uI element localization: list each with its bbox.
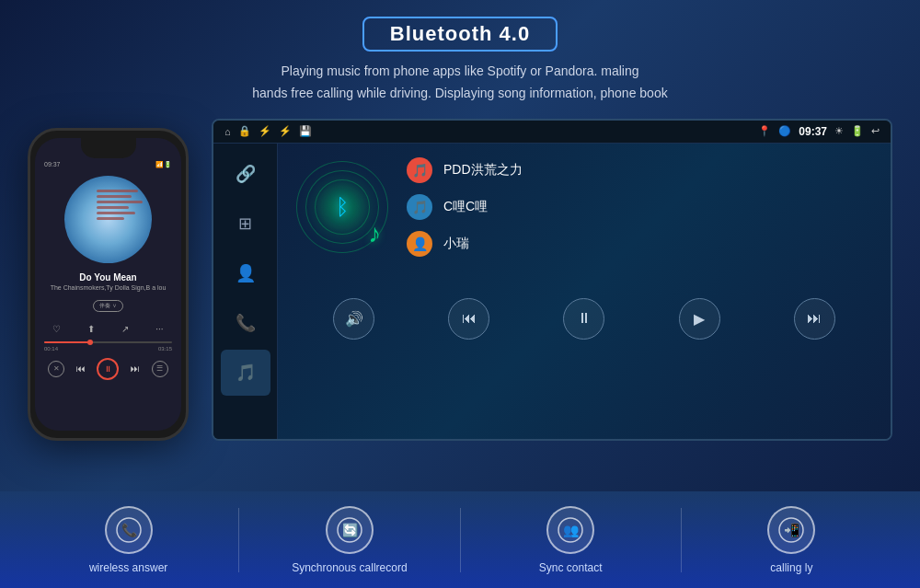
contact-svg-icon: 👥	[558, 517, 583, 543]
sidebar-item-link[interactable]: 🔗	[221, 151, 270, 197]
svg-text:📲: 📲	[784, 523, 800, 538]
progress-fill	[44, 341, 89, 343]
bluetooth-visual: ᛒ ♪ 🎵 PDD洪荒之力 🎵 C哩C哩	[296, 157, 872, 257]
phone-prev-button[interactable]: ⏮	[76, 363, 86, 374]
album-art	[53, 176, 164, 268]
song-item-3[interactable]: 👤 小瑞	[407, 231, 872, 257]
bluetooth-badge: Bluetooth 4.0	[362, 17, 558, 52]
next-button[interactable]: ⏭	[794, 298, 835, 340]
feature-sync-contact: 👥 Sync contact	[461, 506, 681, 574]
pause-button[interactable]: ⏸	[563, 298, 604, 340]
sidebar-item-user[interactable]: 👤	[221, 250, 270, 296]
usb-icon-1: ⚡	[259, 125, 271, 137]
bt-status-icon: 🔵	[778, 125, 791, 137]
song-item-2[interactable]: 🎵 C哩C哩	[407, 194, 872, 220]
sidebar-item-grid[interactable]: ⊞	[221, 201, 270, 247]
progress-track[interactable]	[44, 341, 172, 343]
time-total: 03:15	[158, 346, 172, 352]
sidebar-item-music[interactable]: 🎵	[221, 350, 270, 396]
phone-song-artist: The Chainsmokers,Ty Dolla Sign,B a lou	[44, 284, 172, 291]
sync-callrecord-label: Synchronous callrecord	[292, 561, 407, 574]
song-name-2: C哩C哩	[443, 199, 488, 215]
playback-controls: 🔊 ⏮ ⏸ ▶ ⏭	[296, 289, 872, 340]
sync-callrecord-icon: 🔄	[326, 506, 374, 554]
car-display: ⌂ 🔒 ⚡ ⚡ 💾 📍 🔵 09:37 ☀ 🔋 ↩ 🔗 ⊞ 👤 📞	[212, 119, 892, 441]
back-icon[interactable]: ↩	[871, 125, 880, 137]
usb-icon-2: ⚡	[279, 125, 292, 137]
sidebar-item-phone[interactable]: 📞	[221, 300, 270, 346]
wireless-answer-label: wireless answer	[89, 561, 167, 574]
phone-screen: 09:37 📶🔋	[35, 138, 181, 431]
bt-icon: ᛒ	[336, 194, 349, 220]
time-labels: 00:14 03:15	[35, 345, 181, 352]
gps-icon: 📍	[758, 125, 771, 137]
feature-calling-ly: 📲 calling ly	[682, 506, 902, 574]
phone-next-button[interactable]: ⏭	[131, 363, 140, 374]
song-name-1: PDD洪荒之力	[443, 162, 523, 179]
bt-animation: ᛒ ♪	[296, 161, 388, 253]
phone-svg-icon: 📞	[116, 517, 142, 543]
phone-play-button[interactable]: ⏸	[97, 358, 119, 380]
phone-song-tag: 伴奏 ∨	[93, 300, 123, 312]
phone-song-title: Do You Mean	[44, 272, 172, 282]
phone-mockup: 09:37 📶🔋	[28, 128, 189, 441]
car-sidebar: 🔗 ⊞ 👤 📞 🎵	[213, 144, 278, 439]
calling-ly-label: calling ly	[770, 561, 812, 574]
more-icon[interactable]: ···	[155, 324, 163, 334]
sync-contact-icon: 👥	[546, 506, 594, 554]
prev-button[interactable]: ⏮	[448, 298, 489, 340]
song-icon-3: 👤	[407, 231, 432, 257]
svg-text:🔄: 🔄	[341, 523, 358, 538]
subtitle-line2: hands free calling while driving. Displa…	[252, 86, 667, 100]
features-bar: 📞 wireless answer 🔄 Synchronous callreco…	[0, 491, 920, 588]
phone-menu-button[interactable]: ☰	[152, 361, 168, 377]
car-main-content: ᛒ ♪ 🎵 PDD洪荒之力 🎵 C哩C哩	[278, 144, 891, 439]
bt-music-note: ♪	[368, 219, 381, 248]
phone-notch	[81, 138, 136, 158]
sync-contact-label: Sync contact	[539, 561, 603, 574]
song-item-1[interactable]: 🎵 PDD洪荒之力	[407, 157, 872, 183]
volume-button[interactable]: 🔊	[333, 298, 374, 340]
play-button[interactable]: ▶	[679, 298, 720, 340]
phone-music-app: Do You Mean The Chainsmokers,Ty Dolla Si…	[35, 171, 181, 317]
calling-svg-icon: 📲	[778, 517, 804, 543]
car-status-bar: ⌂ 🔒 ⚡ ⚡ 💾 📍 🔵 09:37 ☀ 🔋 ↩	[213, 121, 891, 144]
sd-icon: 💾	[299, 125, 312, 137]
album-stripes	[97, 190, 143, 220]
sync-svg-icon: 🔄	[337, 517, 362, 543]
song-icon-2: 🎵	[407, 194, 432, 220]
main-content: 09:37 📶🔋	[0, 110, 920, 441]
phone-shuffle-button[interactable]: ✕	[48, 361, 64, 377]
home-icon[interactable]: ⌂	[224, 126, 231, 137]
feature-sync-callrecord: 🔄 Synchronous callrecord	[239, 506, 459, 574]
progress-dot	[87, 340, 93, 345]
feature-wireless-answer: 📞 wireless answer	[18, 506, 238, 574]
heart-icon[interactable]: ♡	[52, 324, 61, 334]
svg-text:📞: 📞	[121, 523, 137, 538]
time-current: 00:14	[44, 346, 58, 352]
wireless-answer-icon: 📞	[105, 506, 153, 554]
brightness-icon[interactable]: ☀	[834, 125, 844, 137]
song-name-3: 小瑞	[443, 236, 469, 252]
svg-text:👥: 👥	[563, 523, 580, 538]
car-time: 09:37	[799, 125, 827, 138]
phone-status-bar: 09:37 📶🔋	[35, 158, 181, 171]
subtitle-line1: Playing music from phone apps like Spoti…	[281, 63, 638, 78]
album-circle	[64, 176, 152, 263]
battery-icon: 🔋	[851, 125, 864, 137]
song-list: 🎵 PDD洪荒之力 🎵 C哩C哩 👤 小瑞	[407, 157, 872, 257]
lock-icon: 🔒	[238, 125, 251, 137]
phone-playback-controls: ✕ ⏮ ⏸ ⏭ ☰	[35, 354, 181, 384]
song-icon-1: 🎵	[407, 157, 432, 183]
share-icon[interactable]: ⬆	[87, 324, 95, 334]
forward-icon[interactable]: ↗	[121, 324, 129, 334]
calling-ly-icon: 📲	[767, 506, 815, 554]
phone-icon-row: ♡ ⬆ ↗ ···	[35, 320, 181, 338]
car-body: 🔗 ⊞ 👤 📞 🎵 ᛒ ♪	[213, 144, 891, 439]
header: Bluetooth 4.0 Playing music from phone a…	[0, 0, 920, 105]
